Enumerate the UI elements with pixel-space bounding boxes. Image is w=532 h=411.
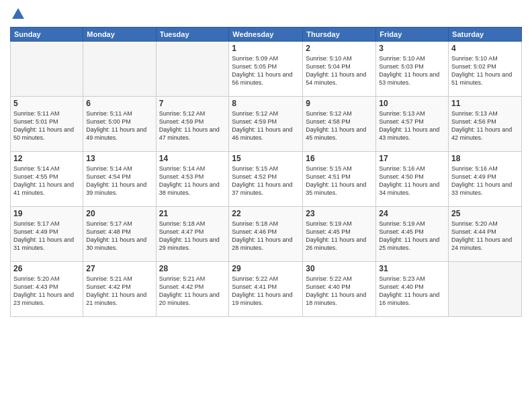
day-number: 22: [232, 209, 300, 218]
weekday-header-friday: Friday: [376, 28, 449, 42]
calendar-cell: 3Sunrise: 5:10 AMSunset: 5:03 PMDaylight…: [376, 42, 449, 97]
calendar-cell: 12Sunrise: 5:14 AMSunset: 4:55 PMDayligh…: [11, 152, 83, 207]
week-row-1: 1Sunrise: 5:09 AMSunset: 5:05 PMDaylight…: [11, 42, 522, 97]
day-number: 26: [13, 264, 80, 273]
day-info: Sunrise: 5:11 AMSunset: 5:01 PMDaylight:…: [13, 109, 80, 142]
weekday-header-thursday: Thursday: [303, 28, 376, 42]
day-number: 23: [306, 209, 373, 218]
calendar-cell: 20Sunrise: 5:17 AMSunset: 4:48 PMDayligh…: [83, 207, 156, 262]
day-info: Sunrise: 5:20 AMSunset: 4:43 PMDaylight:…: [13, 275, 80, 308]
weekday-header-tuesday: Tuesday: [156, 28, 229, 42]
calendar-cell: 7Sunrise: 5:12 AMSunset: 4:59 PMDaylight…: [156, 97, 229, 152]
weekday-header-row: SundayMondayTuesdayWednesdayThursdayFrid…: [11, 28, 522, 42]
logo-icon: [11, 7, 26, 21]
calendar-cell: 6Sunrise: 5:11 AMSunset: 5:00 PMDaylight…: [83, 97, 156, 152]
day-info: Sunrise: 5:20 AMSunset: 4:44 PMDaylight:…: [451, 220, 519, 253]
day-number: 19: [13, 209, 80, 218]
day-number: 13: [86, 154, 152, 163]
day-info: Sunrise: 5:15 AMSunset: 4:51 PMDaylight:…: [306, 165, 373, 197]
weekday-header-monday: Monday: [83, 28, 156, 42]
day-number: 20: [86, 209, 152, 218]
calendar-cell: 8Sunrise: 5:12 AMSunset: 4:59 PMDaylight…: [229, 97, 303, 152]
header: [10, 7, 522, 21]
calendar-cell: 25Sunrise: 5:20 AMSunset: 4:44 PMDayligh…: [449, 207, 522, 262]
day-info: Sunrise: 5:14 AMSunset: 4:54 PMDaylight:…: [86, 165, 152, 197]
calendar-cell: 19Sunrise: 5:17 AMSunset: 4:49 PMDayligh…: [11, 207, 83, 262]
day-number: 4: [451, 44, 519, 53]
day-number: 30: [306, 264, 373, 273]
day-number: 25: [451, 209, 519, 218]
day-number: 17: [379, 154, 445, 163]
day-info: Sunrise: 5:16 AMSunset: 4:50 PMDaylight:…: [379, 165, 445, 197]
day-info: Sunrise: 5:10 AMSunset: 5:02 PMDaylight:…: [451, 54, 519, 87]
day-info: Sunrise: 5:19 AMSunset: 4:45 PMDaylight:…: [379, 220, 445, 253]
calendar-cell: 27Sunrise: 5:21 AMSunset: 4:42 PMDayligh…: [83, 262, 156, 317]
week-row-4: 19Sunrise: 5:17 AMSunset: 4:49 PMDayligh…: [11, 207, 522, 262]
day-info: Sunrise: 5:13 AMSunset: 4:57 PMDaylight:…: [379, 109, 445, 142]
day-number: 5: [13, 99, 80, 108]
day-info: Sunrise: 5:10 AMSunset: 5:03 PMDaylight:…: [379, 54, 445, 87]
day-info: Sunrise: 5:22 AMSunset: 4:40 PMDaylight:…: [306, 275, 373, 308]
day-info: Sunrise: 5:19 AMSunset: 4:45 PMDaylight:…: [306, 220, 373, 253]
week-row-5: 26Sunrise: 5:20 AMSunset: 4:43 PMDayligh…: [11, 262, 522, 317]
calendar-cell: 30Sunrise: 5:22 AMSunset: 4:40 PMDayligh…: [303, 262, 376, 317]
day-info: Sunrise: 5:17 AMSunset: 4:48 PMDaylight:…: [86, 220, 152, 253]
day-number: 27: [86, 264, 152, 273]
day-info: Sunrise: 5:13 AMSunset: 4:56 PMDaylight:…: [451, 109, 519, 142]
logo-text-block: [10, 7, 26, 21]
calendar-cell: 1Sunrise: 5:09 AMSunset: 5:05 PMDaylight…: [229, 42, 303, 97]
day-info: Sunrise: 5:11 AMSunset: 5:00 PMDaylight:…: [86, 109, 152, 142]
day-number: 29: [232, 264, 300, 273]
calendar-cell: [11, 42, 83, 97]
calendar-cell: 22Sunrise: 5:18 AMSunset: 4:46 PMDayligh…: [229, 207, 303, 262]
day-number: 6: [86, 99, 152, 108]
calendar-cell: 18Sunrise: 5:16 AMSunset: 4:49 PMDayligh…: [449, 152, 522, 207]
calendar-cell: [83, 42, 156, 97]
day-number: 31: [379, 264, 445, 273]
day-info: Sunrise: 5:22 AMSunset: 4:41 PMDaylight:…: [232, 275, 300, 308]
day-info: Sunrise: 5:15 AMSunset: 4:52 PMDaylight:…: [232, 165, 300, 197]
day-number: 11: [451, 99, 519, 108]
day-number: 15: [232, 154, 300, 163]
day-info: Sunrise: 5:10 AMSunset: 5:04 PMDaylight:…: [306, 54, 373, 87]
svg-marker-0: [12, 8, 24, 19]
day-number: 1: [232, 44, 300, 53]
day-info: Sunrise: 5:12 AMSunset: 4:59 PMDaylight:…: [232, 109, 300, 142]
day-info: Sunrise: 5:14 AMSunset: 4:53 PMDaylight:…: [159, 165, 226, 197]
calendar-cell: 15Sunrise: 5:15 AMSunset: 4:52 PMDayligh…: [229, 152, 303, 207]
week-row-3: 12Sunrise: 5:14 AMSunset: 4:55 PMDayligh…: [11, 152, 522, 207]
calendar-cell: [156, 42, 229, 97]
calendar-cell: [449, 262, 522, 317]
day-number: 12: [13, 154, 80, 163]
day-info: Sunrise: 5:14 AMSunset: 4:55 PMDaylight:…: [13, 165, 80, 197]
day-info: Sunrise: 5:12 AMSunset: 4:59 PMDaylight:…: [159, 109, 226, 142]
calendar-cell: 29Sunrise: 5:22 AMSunset: 4:41 PMDayligh…: [229, 262, 303, 317]
day-info: Sunrise: 5:21 AMSunset: 4:42 PMDaylight:…: [159, 275, 226, 308]
day-number: 3: [379, 44, 445, 53]
day-info: Sunrise: 5:09 AMSunset: 5:05 PMDaylight:…: [232, 54, 300, 87]
calendar-cell: 26Sunrise: 5:20 AMSunset: 4:43 PMDayligh…: [11, 262, 83, 317]
calendar-cell: 17Sunrise: 5:16 AMSunset: 4:50 PMDayligh…: [376, 152, 449, 207]
day-number: 8: [232, 99, 300, 108]
day-number: 10: [379, 99, 445, 108]
calendar-cell: 4Sunrise: 5:10 AMSunset: 5:02 PMDaylight…: [449, 42, 522, 97]
logo-text: [10, 7, 26, 21]
calendar-cell: 31Sunrise: 5:23 AMSunset: 4:40 PMDayligh…: [376, 262, 449, 317]
calendar-cell: 10Sunrise: 5:13 AMSunset: 4:57 PMDayligh…: [376, 97, 449, 152]
day-info: Sunrise: 5:18 AMSunset: 4:47 PMDaylight:…: [159, 220, 226, 253]
weekday-header-wednesday: Wednesday: [229, 28, 303, 42]
day-info: Sunrise: 5:21 AMSunset: 4:42 PMDaylight:…: [86, 275, 152, 308]
calendar-cell: 11Sunrise: 5:13 AMSunset: 4:56 PMDayligh…: [449, 97, 522, 152]
calendar-cell: 28Sunrise: 5:21 AMSunset: 4:42 PMDayligh…: [156, 262, 229, 317]
calendar-table: SundayMondayTuesdayWednesdayThursdayFrid…: [10, 27, 522, 317]
day-number: 7: [159, 99, 226, 108]
day-number: 14: [159, 154, 226, 163]
day-number: 28: [159, 264, 226, 273]
week-row-2: 5Sunrise: 5:11 AMSunset: 5:01 PMDaylight…: [11, 97, 522, 152]
calendar-cell: 16Sunrise: 5:15 AMSunset: 4:51 PMDayligh…: [303, 152, 376, 207]
calendar-cell: 24Sunrise: 5:19 AMSunset: 4:45 PMDayligh…: [376, 207, 449, 262]
calendar-page: SundayMondayTuesdayWednesdayThursdayFrid…: [0, 0, 532, 411]
day-number: 24: [379, 209, 445, 218]
day-number: 21: [159, 209, 226, 218]
day-info: Sunrise: 5:17 AMSunset: 4:49 PMDaylight:…: [13, 220, 80, 253]
